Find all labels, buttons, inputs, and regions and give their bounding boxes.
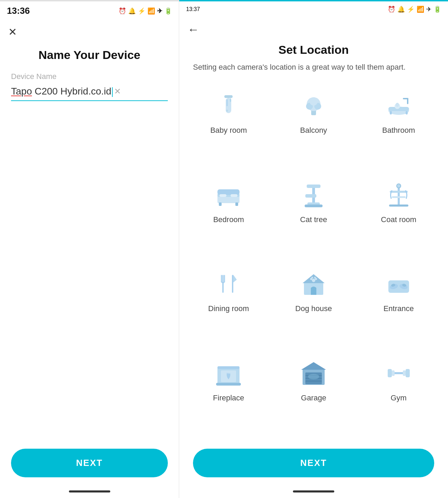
baby-room-icon (213, 90, 244, 121)
svg-rect-2 (226, 99, 228, 106)
location-item-gym[interactable]: Gym (356, 351, 441, 440)
svg-rect-67 (403, 370, 406, 376)
left-status-bar: 13:36 ⏰ 🔔 ⚡ 📶 ✈ 🔋 (0, 1, 179, 19)
location-item-cat-tree[interactable]: Cat tree (271, 172, 356, 262)
r-bell-icon: 🔔 (397, 6, 405, 13)
location-item-baby-room[interactable]: Baby room (186, 83, 271, 172)
svg-point-31 (397, 184, 401, 188)
bathroom-icon (383, 90, 414, 121)
baby-room-label: Baby room (210, 126, 247, 135)
r-battery-icon: 🔋 (434, 6, 441, 13)
location-item-fireplace[interactable]: Fireplace (186, 351, 271, 440)
balcony-icon (298, 90, 329, 121)
device-name-label: Device Name (11, 72, 168, 81)
svg-rect-37 (224, 275, 225, 282)
location-item-garage[interactable]: Garage (271, 351, 356, 440)
left-next-button[interactable]: NEXT (11, 449, 168, 477)
garage-icon (298, 358, 329, 389)
left-bottom-area: NEXT (11, 449, 168, 477)
location-item-dog-house[interactable]: Dog house (271, 261, 356, 351)
svg-point-46 (314, 277, 316, 279)
location-item-balcony[interactable]: Balcony (271, 83, 356, 172)
location-item-bedroom[interactable]: Bedroom (186, 172, 271, 262)
entrance-icon (383, 268, 414, 299)
balcony-label: Balcony (300, 126, 327, 135)
svg-rect-29 (305, 205, 323, 207)
svg-point-9 (309, 97, 318, 106)
svg-rect-35 (222, 275, 224, 293)
svg-rect-23 (219, 202, 222, 206)
svg-rect-26 (307, 185, 320, 188)
svg-rect-0 (224, 95, 233, 98)
location-item-entrance[interactable]: Entrance (356, 261, 441, 351)
r-bluetooth-icon: ⚡ (407, 6, 415, 13)
close-button[interactable]: ✕ (0, 19, 179, 41)
svg-rect-65 (406, 369, 410, 377)
bell-icon: 🔔 (128, 7, 136, 15)
svg-rect-27 (305, 194, 316, 198)
svg-rect-39 (232, 275, 233, 293)
r-signal-icon: ✈ (426, 6, 431, 13)
svg-rect-64 (388, 369, 392, 377)
bedroom-icon (213, 179, 244, 210)
svg-rect-33 (392, 196, 406, 198)
location-grid: Baby room Balcony (179, 80, 448, 443)
coat-room-icon (383, 179, 414, 210)
clear-button[interactable]: ✕ (113, 85, 122, 98)
svg-point-62 (308, 374, 319, 379)
fireplace-icon (213, 358, 244, 389)
svg-rect-32 (390, 191, 408, 193)
tapo-text: Tapo (11, 86, 32, 97)
svg-point-45 (311, 277, 313, 279)
dog-house-icon (298, 268, 329, 299)
dining-room-label: Dining room (208, 304, 249, 313)
page-title: Name Your Device (8, 48, 171, 62)
right-next-button[interactable]: NEXT (193, 449, 434, 477)
svg-rect-22 (231, 194, 237, 197)
back-button[interactable]: ← (179, 16, 448, 40)
right-bottom-area: NEXT (179, 443, 448, 498)
svg-rect-38 (222, 282, 224, 283)
left-status-icons: ⏰ 🔔 ⚡ 📶 ✈ 🔋 (119, 7, 172, 15)
svg-point-4 (226, 110, 228, 112)
left-bottom-bar (69, 490, 110, 492)
svg-rect-13 (406, 111, 408, 114)
svg-rect-36 (221, 275, 222, 282)
garage-label: Garage (301, 394, 326, 402)
svg-rect-20 (217, 189, 240, 195)
signal-icon: ✈ (157, 7, 162, 15)
left-panel: 13:36 ⏰ 🔔 ⚡ 📶 ✈ 🔋 ✕ Name Your Device Dev… (0, 0, 179, 498)
svg-rect-12 (390, 111, 392, 114)
coat-room-label: Coat room (381, 215, 416, 224)
right-bottom-bar (293, 490, 334, 492)
dining-room-icon (213, 268, 244, 299)
device-name-input-row[interactable]: Tapo C200 Hybrid.co.id ✕ (11, 85, 168, 101)
fireplace-label: Fireplace (213, 394, 244, 402)
right-time: 13:37 (186, 6, 200, 12)
device-name-display[interactable]: Tapo C200 Hybrid.co.id (11, 86, 113, 97)
svg-rect-55 (216, 383, 241, 386)
svg-marker-57 (301, 362, 326, 370)
cat-tree-icon (298, 179, 329, 210)
svg-rect-24 (235, 202, 238, 206)
right-subtitle: Setting each camera's location is a grea… (193, 61, 434, 73)
right-page-title: Set Location (193, 43, 434, 57)
left-time: 13:36 (7, 6, 30, 16)
svg-point-3 (230, 98, 231, 102)
battery-icon: 🔋 (164, 7, 172, 15)
right-panel: 13:37 ⏰ 🔔 ⚡ 📶 ✈ 🔋 ← Set Location Setting… (179, 0, 448, 498)
gym-icon (383, 358, 414, 389)
location-item-dining-room[interactable]: Dining room (186, 261, 271, 351)
location-item-bathroom[interactable]: Bathroom (356, 83, 441, 172)
svg-point-17 (396, 103, 399, 107)
svg-point-42 (312, 279, 315, 282)
svg-rect-21 (220, 194, 226, 197)
alarm-icon: ⏰ (119, 7, 126, 15)
r-wifi-icon: 📶 (417, 6, 424, 13)
r-alarm-icon: ⏰ (388, 6, 395, 13)
wifi-icon: 📶 (147, 7, 155, 15)
bathroom-label: Bathroom (382, 126, 415, 135)
entrance-label: Entrance (384, 304, 414, 313)
gym-label: Gym (390, 394, 406, 402)
location-item-coat-room[interactable]: Coat room (356, 172, 441, 262)
